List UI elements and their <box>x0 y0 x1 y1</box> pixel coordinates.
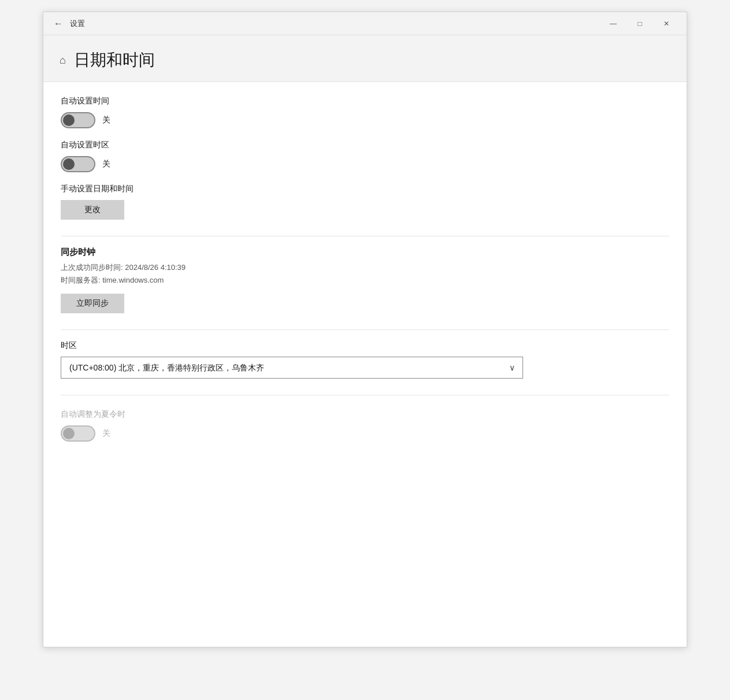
auto-timezone-row: 关 <box>61 156 669 172</box>
timezone-label: 时区 <box>61 340 669 351</box>
sync-server: 时间服务器: time.windows.com <box>61 275 669 286</box>
window-controls: — □ ✕ <box>600 12 680 35</box>
sync-last-time: 上次成功同步时间: 2024/8/26 4:10:39 <box>61 262 669 273</box>
timezone-section: 时区 (UTC+08:00) 北京，重庆，香港特别行政区，乌鲁木齐 ∨ <box>61 340 669 379</box>
dst-toggle-label: 关 <box>102 428 110 439</box>
sync-clock-section: 同步时钟 上次成功同步时间: 2024/8/26 4:10:39 时间服务器: … <box>61 247 669 313</box>
auto-time-row: 关 <box>61 112 669 128</box>
main-content: 自动设置时间 关 自动设置时区 关 手动设置日期和时间 更改 同步时钟 上次成功… <box>43 82 687 647</box>
auto-timezone-toggle-label: 关 <box>102 159 110 169</box>
divider-3 <box>61 395 669 395</box>
home-icon[interactable]: ⌂ <box>60 54 66 66</box>
window-title: 设置 <box>70 18 600 29</box>
dst-label: 自动调整为夏令时 <box>61 409 669 420</box>
dst-section: 自动调整为夏令时 关 <box>61 409 669 442</box>
auto-timezone-label: 自动设置时区 <box>61 140 669 150</box>
sync-now-button[interactable]: 立即同步 <box>61 294 124 313</box>
page-title: 日期和时间 <box>74 49 155 71</box>
auto-timezone-toggle[interactable] <box>61 156 95 172</box>
auto-timezone-toggle-knob <box>63 158 75 170</box>
dst-toggle-row: 关 <box>61 425 669 442</box>
manual-datetime-label: 手动设置日期和时间 <box>61 184 669 194</box>
dst-toggle <box>61 425 95 442</box>
auto-time-toggle-label: 关 <box>102 115 110 125</box>
timezone-select[interactable]: (UTC+08:00) 北京，重庆，香港特别行政区，乌鲁木齐 <box>61 357 523 379</box>
manual-datetime-section: 手动设置日期和时间 更改 <box>61 184 669 220</box>
change-datetime-button[interactable]: 更改 <box>61 200 124 220</box>
auto-time-toggle[interactable] <box>61 112 95 128</box>
back-button[interactable]: ← <box>50 16 66 32</box>
back-icon: ← <box>54 18 63 29</box>
dst-toggle-knob <box>63 428 75 439</box>
minimize-button[interactable]: — <box>600 12 627 35</box>
settings-window: ← 设置 — □ ✕ ⌂ 日期和时间 自动设置时间 关 自动设置时区 关 <box>43 12 687 647</box>
page-header: ⌂ 日期和时间 <box>43 35 687 82</box>
divider-1 <box>61 236 669 236</box>
titlebar: ← 设置 — □ ✕ <box>43 12 687 35</box>
timezone-wrapper: (UTC+08:00) 北京，重庆，香港特别行政区，乌鲁木齐 ∨ <box>61 357 523 379</box>
auto-time-label: 自动设置时间 <box>61 96 669 106</box>
auto-time-toggle-knob <box>63 114 75 126</box>
divider-2 <box>61 329 669 330</box>
close-button[interactable]: ✕ <box>653 12 680 35</box>
maximize-button[interactable]: □ <box>627 12 653 35</box>
sync-clock-title: 同步时钟 <box>61 247 669 258</box>
